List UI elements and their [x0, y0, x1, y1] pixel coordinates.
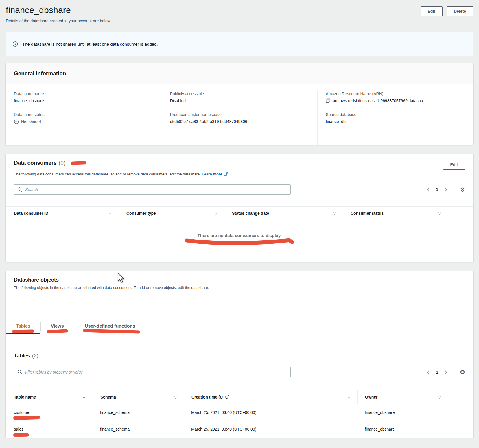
field-producer-cluster-namespace: Producer cluster namespace d5d582e7-ca83… [170, 112, 309, 124]
column-label: Status change date [232, 211, 269, 216]
column-label: Data consumer ID [14, 211, 48, 216]
field-arn: Amazon Resource Name (ARN) arn:aws:redsh… [326, 91, 465, 103]
field-datashare-status: Datashare status Not shared [14, 112, 154, 124]
toolbar-divider [454, 185, 454, 194]
field-value: finance_dbshare [14, 98, 154, 103]
general-info-column-3: Amazon Resource Name (ARN) arn:aws:redsh… [317, 91, 473, 145]
column-label: Consumer type [126, 211, 156, 216]
field-datashare-name: Datashare name finance_dbshare [14, 91, 154, 103]
header-actions: Edit Delete [421, 6, 473, 16]
gear-icon[interactable]: ⚙︎ [460, 369, 465, 375]
tables-toolbar: 1 ⚙︎ [14, 367, 465, 377]
copy-icon[interactable] [326, 98, 330, 103]
column-label: Consumer status [351, 211, 384, 216]
tab-label: Tables [16, 324, 30, 329]
tab-label: User-defined functions [85, 324, 135, 329]
field-publicly-accessible: Publicly accessible Disabled [170, 91, 309, 103]
tables-table-header: Table name ▲ Schema ▽ Creation time (UTC… [6, 390, 473, 404]
cell-creation-time: March 25, 2021, 03:40 (UTC+00:00) [184, 404, 357, 421]
table-row: customer finance_schema March 25, 2021, … [6, 404, 473, 421]
column-header-data-consumer-id[interactable]: Data consumer ID ▲ [6, 207, 119, 220]
annotation-mark-consumers-count [71, 161, 86, 165]
data-consumers-count: (0) [59, 160, 65, 166]
datashare-objects-description: The following objects in the datashare a… [14, 285, 465, 290]
column-header-consumer-status[interactable]: Consumer status ▽ [343, 207, 473, 220]
data-consumers-header: Data consumers (0) Edit [14, 160, 465, 170]
data-consumers-pagination: 1 ⚙︎ [426, 185, 465, 194]
tab-user-defined-functions[interactable]: User-defined functions [74, 318, 146, 334]
toolbar-divider [454, 368, 454, 377]
general-information-panel: General information Datashare name finan… [6, 63, 473, 145]
field-label: Source database [326, 112, 465, 117]
general-info-column-1: Datashare name finance_dbshare Datashare… [6, 91, 162, 145]
column-header-consumer-type[interactable]: Consumer type ▽ [119, 207, 224, 220]
page-subtitle: Details of the datashare created in your… [6, 19, 473, 24]
column-header-schema[interactable]: Schema ▽ [93, 390, 184, 404]
column-header-table-name[interactable]: Table name ▲ [6, 390, 93, 404]
column-label: Table name [14, 395, 36, 399]
datashare-detail-page: finance_dbshare Edit Delete Details of t… [0, 0, 479, 448]
column-header-status-change-date[interactable]: Status change date ▽ [224, 207, 343, 220]
search-input[interactable] [14, 184, 291, 195]
prev-page-icon[interactable] [426, 187, 430, 192]
column-header-creation-time[interactable]: Creation time (UTC) ▽ [184, 390, 357, 404]
filter-tables-input[interactable] [14, 367, 291, 377]
info-banner: The datashare is not shared until at lea… [6, 32, 473, 56]
gear-icon[interactable]: ⚙︎ [460, 187, 465, 192]
external-link-icon [224, 172, 228, 177]
edit-data-consumers-button[interactable]: Edit [443, 160, 465, 170]
prev-page-icon[interactable] [426, 370, 430, 375]
column-label: Owner [365, 395, 378, 399]
tables-filter [14, 367, 291, 377]
tab-views[interactable]: Views [41, 318, 74, 334]
sort-desc-icon: ▽ [174, 395, 177, 399]
column-label: Creation time (UTC) [191, 395, 229, 399]
page-number[interactable]: 1 [436, 370, 438, 374]
status-text: Not shared [21, 120, 41, 124]
learn-more-link[interactable]: Learn more [202, 172, 222, 176]
cell-schema: finance_schema [93, 421, 184, 438]
tab-tables[interactable]: Tables [6, 318, 40, 334]
next-page-icon[interactable] [444, 370, 448, 375]
cell-owner: finance_dbshare [357, 421, 473, 438]
tables-section-title-text: Tables [14, 353, 30, 359]
tab-label: Views [51, 324, 64, 329]
field-label: Producer cluster namespace [170, 112, 309, 117]
datashare-objects-title-text: Datashare objects [14, 277, 59, 283]
arn-text: arn:aws:redshift:us-east-1:969887057669:… [333, 98, 426, 103]
edit-datashare-button[interactable]: Edit [421, 6, 443, 16]
tables-table: Table name ▲ Schema ▽ Creation time (UTC… [6, 390, 473, 438]
sort-desc-icon: ▽ [215, 211, 217, 215]
data-consumers-description-text: The following data consumers can access … [14, 172, 201, 176]
data-consumers-empty-state: There are no data comsumers to display. [6, 220, 473, 258]
annotation-mark-tab-views [47, 329, 68, 333]
tables-pagination: 1 ⚙︎ [426, 368, 465, 377]
delete-datashare-button[interactable]: Delete [447, 6, 473, 16]
field-value: finance_db [326, 119, 465, 124]
field-value: Not shared [14, 119, 154, 124]
page-title: finance_dbshare [6, 5, 71, 15]
general-information-body: Datashare name finance_dbshare Datashare… [6, 84, 473, 145]
sort-asc-icon: ▲ [108, 212, 112, 215]
annotation-mark-tab-tables [12, 329, 34, 333]
cell-owner: finance_dbshare [357, 404, 473, 421]
column-header-owner[interactable]: Owner ▽ [357, 390, 473, 404]
page-number[interactable]: 1 [436, 187, 438, 192]
field-value: arn:aws:redshift:us-east-1:969887057669:… [326, 98, 465, 103]
data-consumers-search [14, 184, 291, 195]
tables-section-title: Tables (2) [14, 353, 465, 359]
table-name-value: customer [14, 410, 31, 415]
data-consumers-toolbar: 1 ⚙︎ [14, 184, 465, 195]
field-value: d5d582e7-ca83-4eb2-a319-bdd487049306 [170, 119, 309, 124]
info-icon [12, 41, 18, 47]
info-banner-message: The datashare is not shared until at lea… [22, 42, 158, 47]
sort-desc-icon: ▽ [438, 395, 441, 399]
field-label: Amazon Resource Name (ARN) [326, 91, 465, 96]
field-label: Publicly accessible [170, 91, 309, 96]
annotation-mark-sales [13, 433, 29, 437]
field-source-database: Source database finance_db [326, 112, 465, 124]
next-page-icon[interactable] [444, 187, 448, 192]
data-consumers-title: Data consumers (0) [14, 160, 86, 166]
datashare-objects-tabs: Tables Views User-defined functions [6, 318, 473, 334]
annotation-mark-empty-state [185, 238, 294, 246]
